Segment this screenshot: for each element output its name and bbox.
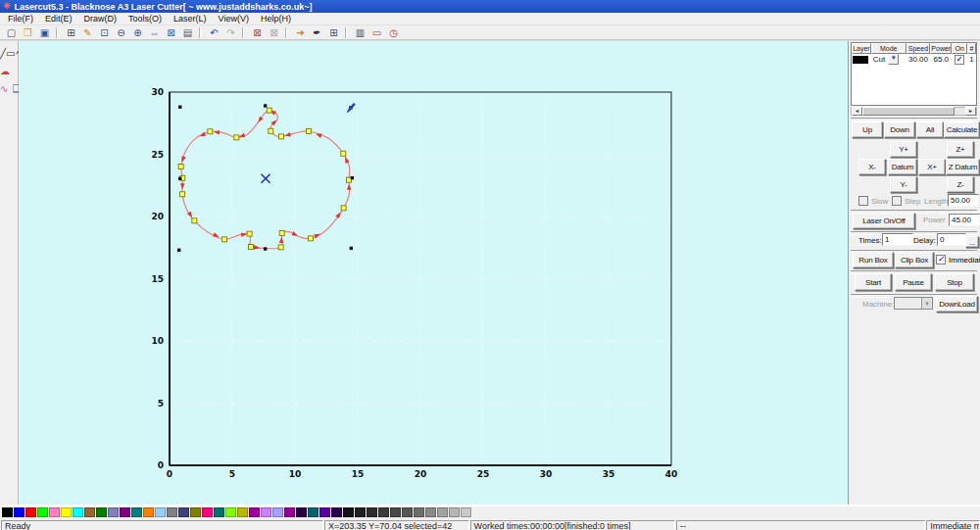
scrollbar-thumb[interactable]: [862, 107, 955, 116]
scroll-left-button[interactable]: ◄: [852, 107, 862, 116]
node-marker[interactable]: [279, 134, 284, 139]
delay-field[interactable]: 0: [937, 233, 966, 246]
menu-view[interactable]: View(V): [213, 13, 255, 24]
palette-swatch[interactable]: [120, 507, 130, 517]
palette-swatch[interactable]: [61, 507, 72, 517]
layer-color-swatch[interactable]: [853, 56, 868, 64]
scroll-right-button[interactable]: ►: [965, 107, 976, 116]
palette-swatch[interactable]: [131, 507, 142, 517]
palette-swatch[interactable]: [96, 507, 107, 517]
start-button[interactable]: Start: [855, 273, 892, 291]
palette-swatch[interactable]: [178, 507, 189, 517]
selection-handle[interactable]: [351, 176, 354, 179]
origin-frame-button[interactable]: ▭: [369, 26, 384, 39]
down-button[interactable]: Down: [884, 121, 915, 138]
palette-swatch[interactable]: [84, 507, 95, 517]
download-button[interactable]: DownLoad: [936, 296, 978, 313]
fit-screen-button[interactable]: ⊠: [164, 26, 178, 39]
menu-tools[interactable]: Tools(O): [122, 13, 168, 24]
curve-tool[interactable]: ∿: [0, 83, 8, 94]
layer-mode-cell[interactable]: Cut▼: [871, 54, 906, 65]
jog-x-minus-button[interactable]: X-: [858, 159, 886, 175]
palette-swatch[interactable]: [402, 507, 413, 517]
palette-swatch[interactable]: [225, 507, 236, 517]
engrave-cloud-tool[interactable]: ☁: [0, 66, 10, 76]
checkbox-box[interactable]: [892, 196, 902, 206]
layer-column-speed[interactable]: Speed: [906, 43, 931, 54]
layer-num-cell[interactable]: 1: [967, 55, 976, 64]
run-box-button[interactable]: Run Box: [853, 252, 894, 268]
node-marker[interactable]: [279, 231, 284, 236]
layer-table-scrollbar[interactable]: ◄ ►: [851, 107, 977, 116]
palette-swatch[interactable]: [261, 507, 271, 517]
pen-check-button[interactable]: ✒: [310, 26, 324, 39]
layer-power-cell[interactable]: 65.0: [930, 55, 952, 64]
layer-column-num[interactable]: #: [967, 43, 976, 54]
z-datum-button[interactable]: Z Datum: [946, 159, 980, 175]
immediate-checkbox[interactable]: ✓ Immediate: [936, 255, 980, 265]
page-view-button[interactable]: ▤: [180, 26, 195, 39]
jog-x-plus-button[interactable]: X+: [918, 159, 946, 175]
layer-column-mode[interactable]: Mode: [871, 43, 906, 54]
palette-swatch[interactable]: [378, 507, 389, 517]
open-file-button[interactable]: ❒: [21, 26, 35, 39]
palette-swatch[interactable]: [237, 507, 248, 517]
pause-button[interactable]: Pause: [895, 273, 932, 291]
selection-handle[interactable]: [264, 247, 267, 250]
palette-swatch[interactable]: [437, 507, 448, 517]
checkbox-box[interactable]: ✓: [936, 255, 946, 265]
node-marker[interactable]: [248, 244, 253, 249]
palette-swatch[interactable]: [414, 507, 424, 517]
preview-button[interactable]: ▥: [353, 26, 368, 39]
stop-button[interactable]: Stop: [935, 273, 974, 291]
layer-column-power[interactable]: Power: [930, 43, 952, 54]
palette-swatch[interactable]: [284, 507, 295, 517]
group-transform-button[interactable]: ⊠: [267, 26, 281, 39]
layer-column-layer[interactable]: Layer: [852, 43, 871, 54]
menu-file[interactable]: File(F): [2, 13, 39, 24]
layer-row[interactable]: Cut▼30.0065.0✓1: [852, 54, 976, 65]
checkbox-box[interactable]: [858, 196, 868, 206]
layer-color-cell[interactable]: [852, 56, 871, 64]
palette-swatch[interactable]: [308, 507, 318, 517]
palette-swatch[interactable]: [461, 507, 471, 517]
menu-laser[interactable]: Laser(L): [168, 13, 213, 24]
palette-swatch[interactable]: [331, 507, 342, 517]
palette-swatch[interactable]: [143, 507, 154, 517]
palette-swatch[interactable]: [272, 507, 283, 517]
node-marker[interactable]: [234, 135, 239, 140]
undo-button[interactable]: ↶: [207, 26, 221, 39]
palette-swatch[interactable]: [343, 507, 354, 517]
node-marker[interactable]: [208, 129, 213, 134]
cut-list-button[interactable]: ⊞: [326, 26, 341, 39]
machine-select[interactable]: ▼: [894, 297, 933, 310]
node-marker[interactable]: [222, 237, 227, 242]
selection-handle[interactable]: [178, 177, 181, 180]
mode-dropdown-button[interactable]: ▼: [888, 54, 899, 65]
node-marker[interactable]: [309, 236, 314, 241]
menu-edit[interactable]: Edit(E): [39, 13, 78, 24]
layer-on-cell[interactable]: ✓: [952, 55, 967, 65]
power-field[interactable]: 45.00: [949, 214, 980, 226]
brush-tool-button[interactable]: ✎: [80, 26, 95, 39]
menu-draw[interactable]: Draw(D): [78, 13, 123, 24]
layer-on-checkbox[interactable]: ✓: [955, 55, 964, 65]
node-marker[interactable]: [269, 128, 273, 133]
redo-button[interactable]: ↷: [223, 26, 238, 39]
palette-swatch[interactable]: [355, 507, 366, 517]
length-field[interactable]: 50.00: [948, 194, 979, 207]
node-marker[interactable]: [180, 192, 185, 197]
palette-swatch[interactable]: [390, 507, 401, 517]
selection-handle[interactable]: [178, 106, 181, 109]
more-options-button[interactable]: ...: [965, 236, 979, 248]
chevron-down-icon[interactable]: ▼: [921, 298, 932, 309]
all-button[interactable]: All: [916, 121, 944, 138]
zoom-window-button[interactable]: ⊡: [97, 26, 112, 39]
jog-y-minus-button[interactable]: Y-: [890, 176, 917, 193]
palette-swatch[interactable]: [319, 507, 330, 517]
palette-swatch[interactable]: [296, 507, 307, 517]
jog-z-minus-button[interactable]: Z-: [947, 176, 974, 193]
node-marker[interactable]: [306, 129, 311, 134]
node-marker[interactable]: [247, 231, 252, 236]
canvas-area[interactable]: 0510152025303540051015202530: [19, 41, 848, 505]
